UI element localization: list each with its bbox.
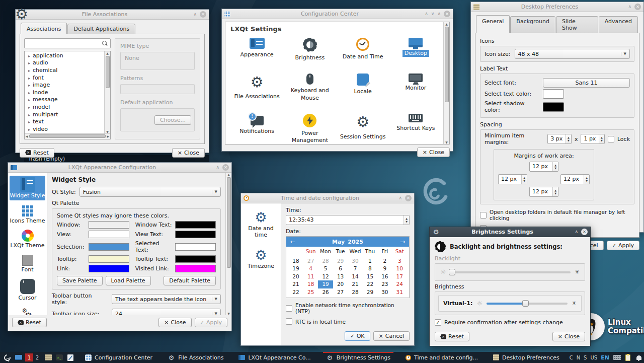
calendar-cell[interactable]: 7 — [348, 265, 362, 273]
file-manager-launcher[interactable] — [44, 353, 52, 362]
calendar-cell[interactable]: 20 — [288, 273, 303, 281]
close-icon[interactable] — [200, 11, 206, 18]
indicator-letter[interactable]: S — [584, 355, 587, 360]
expand-arrow-icon[interactable] — [28, 59, 30, 66]
terminal-launcher[interactable] — [55, 353, 63, 362]
task-button[interactable]: File Associations — [164, 352, 227, 363]
tab[interactable]: General — [476, 15, 510, 33]
tab[interactable]: Advanced — [599, 16, 638, 33]
confirm-checkbox[interactable] — [435, 319, 441, 326]
reset-button[interactable]: Reset — [20, 148, 54, 158]
work-margin-top-stepper[interactable]: 12 px — [529, 162, 558, 172]
calendar-cell[interactable]: 9 — [377, 265, 392, 273]
tree-horizontal-scrollbar[interactable] — [25, 133, 110, 139]
toolbar-size-select[interactable]: 24 — [112, 309, 221, 315]
calendar-cell[interactable]: 21 — [288, 280, 303, 288]
palette-color-swatch[interactable] — [175, 255, 216, 263]
shade-icon[interactable] — [398, 196, 402, 200]
tab-associations[interactable]: Associations — [21, 23, 67, 34]
expand-arrow-icon[interactable] — [28, 118, 30, 125]
tab[interactable]: Background — [510, 16, 555, 33]
tree-item[interactable]: text — [25, 118, 104, 125]
calendar-cell[interactable]: 28 — [348, 288, 362, 297]
close-icon[interactable] — [634, 4, 641, 10]
clipboard-button[interactable] — [624, 353, 632, 362]
patterns-field[interactable] — [120, 84, 195, 94]
expand-arrow-icon[interactable] — [28, 126, 30, 132]
close-button[interactable]: Close — [552, 332, 585, 341]
shade-icon[interactable] — [425, 12, 428, 16]
sidebar-item[interactable]: LXQt Theme — [10, 229, 45, 250]
shade-icon[interactable] — [628, 5, 631, 9]
shadow-color-swatch[interactable] — [543, 102, 564, 112]
calendar-cell[interactable]: 8 — [363, 265, 377, 273]
tree-item[interactable]: multipart — [25, 111, 104, 118]
settings-item[interactable]: Power Management — [283, 114, 336, 144]
tree-item[interactable]: audio — [25, 59, 104, 67]
min-margin-x-stepper[interactable]: 3 px — [547, 134, 572, 144]
calendar-cell[interactable]: 30 — [348, 257, 362, 265]
tree-item[interactable]: inode — [25, 89, 104, 96]
settings-item[interactable]: Desktop — [389, 38, 442, 61]
calendar-month[interactable]: May — [332, 239, 345, 245]
tree-item[interactable]: video — [25, 125, 104, 133]
qt-style-select[interactable]: Fusion — [79, 187, 221, 197]
palette-color-swatch[interactable] — [89, 243, 129, 251]
appearance-titlebar[interactable]: LXQt Appearance Configuration — [8, 163, 231, 173]
time-field[interactable]: 12:35:43 — [286, 215, 410, 225]
sidebar-item[interactable]: Date and time — [243, 208, 279, 239]
calendar-cell[interactable]: 24 — [392, 280, 407, 288]
indicator-letter[interactable]: EN — [601, 354, 609, 361]
search-input[interactable] — [24, 38, 111, 48]
calendar-cell[interactable]: 29 — [363, 288, 377, 297]
tree-item[interactable]: chemical — [25, 66, 104, 74]
calendar-cell[interactable]: 19 — [318, 280, 333, 288]
save-palette-button[interactable]: Save Palette — [57, 276, 103, 285]
calendar-cell[interactable]: 23 — [377, 280, 392, 288]
settings-item[interactable]: Monitor — [389, 74, 442, 102]
tab[interactable]: Slide Show — [556, 16, 598, 33]
calendar-cell[interactable]: 3 — [392, 257, 407, 265]
task-button[interactable]: Time and date config... — [401, 352, 482, 363]
calendar-cell[interactable]: 18 — [303, 280, 318, 288]
settings-item[interactable]: File Associations — [230, 74, 283, 102]
calendar-year[interactable]: 2025 — [348, 239, 363, 245]
palette-color-swatch[interactable] — [89, 255, 129, 263]
expand-arrow-icon[interactable] — [28, 96, 30, 103]
settings-item[interactable]: Shortcut Keys — [389, 114, 442, 144]
apply-button[interactable]: Apply — [195, 318, 227, 327]
close-button[interactable]: Close — [417, 148, 450, 157]
palette-color-swatch[interactable] — [89, 265, 129, 272]
min-margin-y-stepper[interactable]: 1 px — [581, 134, 605, 144]
appearance-vertical-scrollbar[interactable] — [225, 173, 231, 315]
calendar-cell[interactable]: 19 — [288, 265, 303, 273]
calendar-cell[interactable]: 17 — [392, 273, 407, 281]
cancel-button[interactable]: Cancel — [373, 331, 410, 341]
apply-button[interactable]: Apply — [607, 241, 639, 250]
calendar-cell[interactable]: 31 — [392, 288, 407, 297]
task-button[interactable]: Desktop Preferences — [489, 352, 564, 363]
calendar-cell[interactable]: 25 — [303, 288, 318, 297]
settings-item[interactable]: Keyboard and Mouse — [283, 74, 336, 102]
calendar-cell[interactable]: 20 — [333, 280, 348, 288]
palette-color-swatch[interactable] — [175, 265, 216, 272]
minimize-icon[interactable] — [431, 12, 435, 16]
tree-item[interactable]: application — [25, 52, 104, 59]
expand-arrow-icon[interactable] — [28, 111, 30, 118]
calendar-cell[interactable]: 5 — [318, 265, 333, 273]
sidebar-item[interactable]: Timezone — [243, 246, 279, 271]
work-margin-left-stepper[interactable]: 12 px — [498, 174, 527, 184]
indicator-letter[interactable]: N — [577, 355, 580, 360]
close-icon[interactable] — [222, 164, 229, 171]
configuration-center-titlebar[interactable]: Configuration Center — [222, 9, 453, 19]
file-associations-titlebar[interactable]: File Associations — [16, 10, 209, 20]
calendar-cell[interactable]: 21 — [348, 280, 362, 288]
backlight-slider[interactable] — [450, 271, 571, 273]
indicator-letter[interactable]: C — [570, 355, 573, 360]
keyboard-layout-button[interactable] — [613, 353, 621, 362]
close-icon[interactable] — [581, 229, 588, 235]
calendar-cell[interactable]: 10 — [392, 265, 407, 273]
task-button[interactable]: LXQt Appearance Co... — [234, 352, 314, 363]
choose-button[interactable]: Choose... — [154, 115, 191, 125]
expand-arrow-icon[interactable] — [28, 104, 30, 110]
